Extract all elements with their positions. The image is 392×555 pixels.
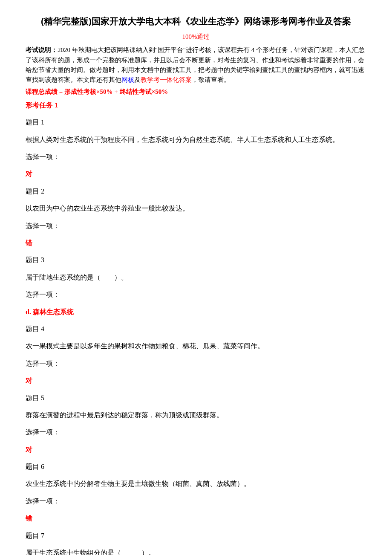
question-text: 属于生态系统中生物组分的是（ ）。 (26, 546, 366, 555)
question-number: 题目 5 (26, 392, 366, 405)
question-1: 题目 1 根据人类对生态系统的干预程度不同，生态系统可分为自然生态系统、半人工生… (26, 116, 366, 181)
intro-red-link: 教学考一体化答案 (141, 76, 192, 83)
question-number: 题目 6 (26, 460, 366, 473)
question-7: 题目 7 属于生态系统中生物组分的是（ ）。 选择一项： c. 玉米 (26, 529, 366, 555)
select-label: 选择一项： (26, 495, 366, 508)
question-answer: 对 (26, 374, 366, 387)
question-answer: 对 (26, 443, 366, 456)
select-label: 选择一项： (26, 220, 366, 232)
question-number: 题目 4 (26, 323, 366, 335)
question-answer: 对 (26, 168, 366, 180)
question-5: 题目 5 群落在演替的进程中最后到达的稳定群落，称为顶级或顶级群落。 选择一项：… (26, 392, 366, 457)
intro-link-wanghe: 网核 (121, 76, 134, 83)
question-text: 农业生态系统中的分解者生物主要是土壤微生物（细菌、真菌、放线菌）。 (26, 477, 366, 490)
question-text: 属于陆地生态系统的是（ ）。 (26, 271, 366, 284)
intro-paragraph: 考试说明：2020 年秋期电大把该网络课纳入到"国开平台"进行考核，该课程共有 … (26, 45, 366, 85)
task-header: 形考任务 1 (26, 99, 366, 112)
question-answer: 错 (26, 237, 366, 249)
select-label: 选择一项： (26, 357, 366, 370)
question-answer: 错 (26, 512, 366, 525)
question-number: 题目 2 (26, 185, 366, 198)
pass-rate: 100%通过 (26, 31, 366, 43)
question-3: 题目 3 属于陆地生态系统的是（ ）。 选择一项： d. 森林生态系统 (26, 254, 366, 318)
select-label: 选择一项： (26, 426, 366, 439)
document-title: (精华完整版)国家开放大学电大本科《农业生态学》网络课形考网考作业及答案 (26, 13, 366, 30)
intro-label: 考试说明： (26, 46, 58, 53)
question-answer: d. 森林生态系统 (26, 306, 366, 318)
question-text: 以农田为中心的农业生态系统中养殖业一般比较发达。 (26, 202, 366, 215)
question-2: 题目 2 以农田为中心的农业生态系统中养殖业一般比较发达。 选择一项： 错 (26, 185, 366, 250)
question-number: 题目 3 (26, 254, 366, 266)
question-number: 题目 7 (26, 529, 366, 542)
select-label: 选择一项： (26, 288, 366, 301)
question-6: 题目 6 农业生态系统中的分解者生物主要是土壤微生物（细菌、真菌、放线菌）。 选… (26, 460, 366, 525)
grade-formula: 课程总成绩 = 形成性考核×50% + 终结性考试×50% (26, 86, 366, 98)
question-4: 题目 4 农一果模式主要是以多年生的果树和农作物如粮食、棉花、瓜果、蔬菜等间作。… (26, 323, 366, 387)
intro-text-2: 及 (134, 76, 141, 83)
intro-text-3: ，敬请查看。 (192, 76, 230, 83)
question-text: 群落在演替的进程中最后到达的稳定群落，称为顶级或顶级群落。 (26, 409, 366, 422)
select-label: 选择一项： (26, 150, 366, 163)
question-text: 根据人类对生态系统的干预程度不同，生态系统可分为自然生态系统、半人工生态系统和人… (26, 133, 366, 146)
question-number: 题目 1 (26, 116, 366, 129)
question-text: 农一果模式主要是以多年生的果树和农作物如粮食、棉花、瓜果、蔬菜等间作。 (26, 340, 366, 353)
